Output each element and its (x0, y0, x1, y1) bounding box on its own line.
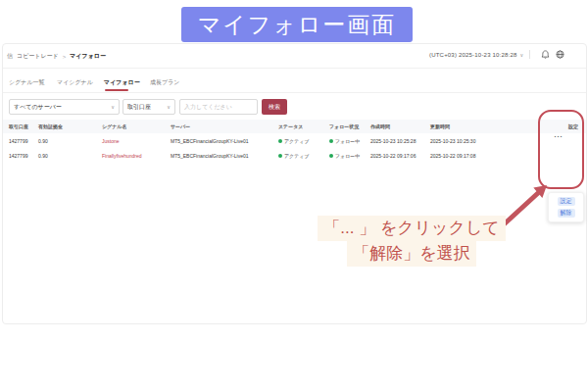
status-cell: アクティブ (278, 153, 329, 159)
table-row: 1427799 0.90 Finallyfivehundred MT5_EBCF… (3, 148, 586, 163)
status-cell: アクティブ (278, 138, 329, 144)
page-canvas: マイフォロー画面 信 コピートレード > マイフォロー (UTC+03) 202… (0, 0, 588, 392)
updated-cell: 2025-10-23 10:25:30 (430, 138, 520, 144)
table-row: 1427799 0.90 Justone MT5_EBCFinancialGro… (3, 133, 586, 148)
status-dot-icon (329, 139, 333, 143)
menu-item-unfollow[interactable]: 解除 (558, 209, 575, 218)
breadcrumb-current: マイフォロー (70, 52, 106, 61)
margin-cell: 0.90 (38, 153, 102, 159)
annotation-line-1: 「... 」 をクリックして (318, 216, 505, 241)
topbar-right: (UTC+03) 2025-10-23 10:28:28 ∨ (429, 50, 564, 59)
column-header-created: 作成時間 (370, 123, 430, 129)
follow-cell: フォロー中 (329, 138, 370, 144)
breadcrumb: 信 コピートレード > マイフォロー (7, 52, 106, 61)
column-header-settings: 設定 (520, 123, 586, 129)
bell-icon[interactable] (541, 50, 550, 59)
chevron-down-icon: ∨ (520, 52, 524, 58)
column-header-follow: フォロー状況 (329, 123, 370, 129)
column-header-account: 取引口座 (9, 123, 38, 129)
column-header-server: サーバー (171, 123, 278, 129)
active-tab-underline (105, 89, 128, 91)
follow-cell: フォロー中 (329, 153, 370, 159)
breadcrumb-fragment: 信 (7, 52, 13, 61)
created-cell: 2025-10-23 10:25:28 (370, 138, 430, 144)
signal-name-link[interactable]: Justone (102, 138, 171, 144)
annotation-text: 「... 」 をクリックして 「解除」を選択 (284, 216, 539, 267)
chevron-down-icon: ∨ (111, 104, 115, 110)
account-cell: 1427799 (9, 153, 38, 159)
search-button[interactable]: 検索 (262, 99, 287, 115)
tabs-divider (3, 92, 586, 93)
title-banner: マイフォロー画面 (181, 7, 413, 42)
breadcrumb-copytrade[interactable]: コピートレード (17, 52, 59, 61)
server-select-value: すべてのサーバー (14, 103, 62, 112)
chevron-down-icon: ∨ (167, 104, 171, 110)
account-select-value: 取引口座 (127, 103, 151, 112)
menu-item-settings[interactable]: 設定 (558, 197, 575, 206)
tab-my-follow[interactable]: マイフォロー (104, 78, 140, 87)
tab-my-signal[interactable]: マイシグナル (57, 78, 93, 87)
server-cell: MT5_EBCFinancialGroupKY-Live01 (171, 153, 278, 159)
tab-signal-list[interactable]: シグナル一覧 (9, 78, 45, 87)
status-dot-icon (329, 154, 333, 158)
account-select[interactable]: 取引口座 ∨ (122, 99, 175, 115)
header-divider (3, 68, 586, 69)
more-actions-button[interactable]: ... (551, 131, 566, 138)
annotation-line-2: 「解除」を選択 (347, 241, 475, 267)
topbar-divider (529, 50, 530, 59)
column-header-margin: 有効証拠金 (38, 123, 102, 129)
datetime-display[interactable]: (UTC+03) 2025-10-23 10:28:28 (429, 52, 517, 58)
status-dot-icon (278, 154, 282, 158)
search-input[interactable] (179, 99, 258, 115)
globe-icon[interactable] (556, 50, 564, 59)
status-dot-icon (278, 139, 282, 143)
column-header-updated: 更新時間 (430, 123, 520, 129)
updated-cell: 2025-10-22 09:17:08 (430, 153, 520, 159)
account-cell: 1427799 (9, 138, 38, 144)
breadcrumb-separator: > (63, 54, 67, 60)
column-header-signal: シグナル名 (102, 123, 171, 129)
tab-growth-plan[interactable]: 成長プラン (150, 78, 179, 87)
column-header-status: ステータス (278, 123, 329, 129)
margin-cell: 0.90 (38, 138, 102, 144)
table-header-row: 取引口座 有効証拠金 シグナル名 サーバー ステータス フォロー状況 作成時間 … (3, 120, 586, 133)
title-banner-label: マイフォロー画面 (198, 10, 397, 40)
created-cell: 2025-10-22 09:17:06 (370, 153, 430, 159)
server-cell: MT5_EBCFinancialGroupKY-Live01 (171, 138, 278, 144)
signal-name-link[interactable]: Finallyfivehundred (102, 153, 171, 159)
server-select[interactable]: すべてのサーバー ∨ (9, 99, 120, 115)
